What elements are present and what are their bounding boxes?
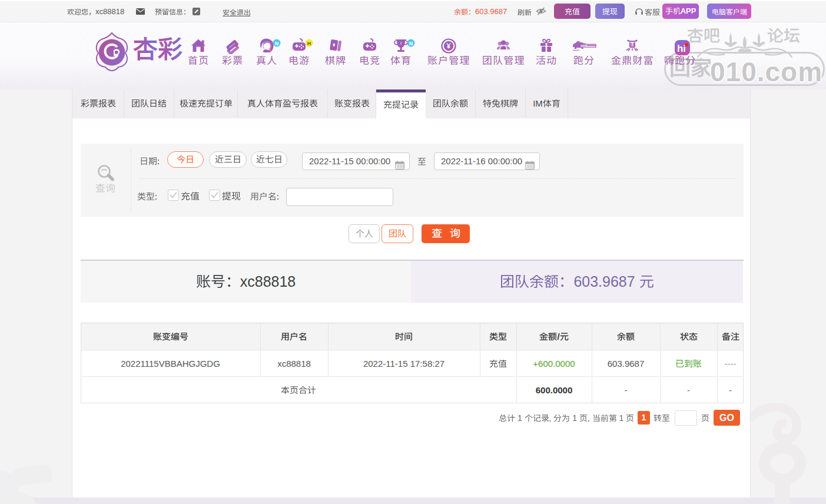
svg-text:hi: hi: [677, 43, 686, 54]
svg-text:H: H: [307, 41, 311, 47]
svg-text:N: N: [275, 41, 279, 47]
svg-text:N: N: [409, 41, 413, 47]
svg-text:I: I: [400, 41, 402, 46]
